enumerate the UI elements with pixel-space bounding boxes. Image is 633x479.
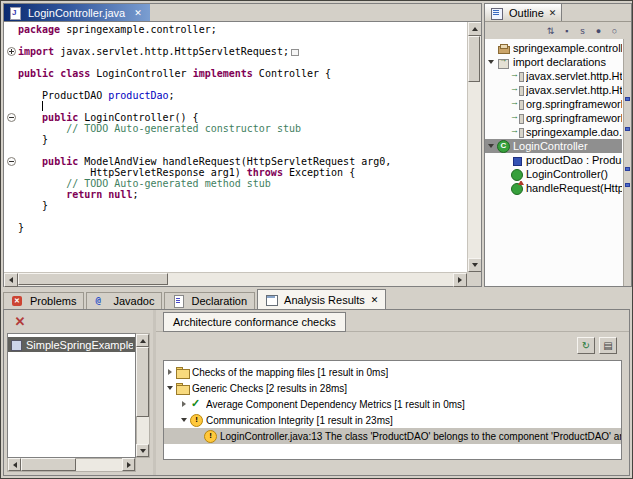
close-icon[interactable]: ✕ <box>371 295 379 305</box>
scroll-down-icon[interactable] <box>136 444 149 457</box>
collapse-toggle-icon[interactable] <box>166 381 176 395</box>
code-line[interactable] <box>4 145 467 156</box>
code-line[interactable]: } <box>4 200 467 211</box>
fold-gutter-cell[interactable] <box>4 156 18 167</box>
code-line[interactable]: public class LoginController implements … <box>4 68 467 79</box>
scroll-up-icon[interactable] <box>136 334 149 347</box>
tree-item[interactable]: Communication Integrity [1 result in 23m… <box>164 412 621 428</box>
tree-item[interactable]: LoginController.java:13 The class 'Produ… <box>164 428 621 444</box>
hide-local-types-icon[interactable]: ○ <box>607 24 622 38</box>
tree-item[interactable]: LoginController <box>485 139 622 153</box>
scroll-down-icon[interactable] <box>468 258 481 272</box>
tree-item[interactable]: LoginController() <box>485 167 622 181</box>
code-line[interactable] <box>4 35 467 46</box>
indent-spacer <box>487 41 497 55</box>
collapsed-imports-box[interactable] <box>291 49 299 56</box>
editor-horizontal-scrollbar[interactable] <box>4 272 481 286</box>
code-line[interactable]: public LoginController() { <box>4 112 467 123</box>
scroll-up-icon[interactable] <box>468 22 481 36</box>
vertical-scroll-thumb[interactable] <box>136 347 149 417</box>
hide-nonpublic-icon[interactable]: ● <box>591 24 606 38</box>
fold-expand-icon[interactable] <box>7 47 16 56</box>
hide-fields-icon[interactable]: ▪ <box>559 24 574 38</box>
tree-item[interactable]: productDao : ProductDAO <box>485 153 622 167</box>
code-line[interactable]: import javax.servlet.http.HttpServletReq… <box>4 46 467 57</box>
expand-toggle-icon[interactable] <box>166 365 176 379</box>
tree-item[interactable]: org.springframework.web.servlet.mvc.Cont… <box>485 111 622 125</box>
code-line[interactable]: } <box>4 134 467 145</box>
checks-list[interactable]: SimpleSpringExample Check <box>7 333 136 458</box>
code-line[interactable] <box>4 79 467 90</box>
tree-item[interactable]: org.springframework.web.servlet.ModelAnd… <box>485 97 622 111</box>
code-line[interactable] <box>4 101 467 112</box>
code-token: } <box>18 200 48 211</box>
code-line[interactable]: package springexample.controller; <box>4 24 467 35</box>
tab-analysis-results[interactable]: Analysis Results ✕ <box>257 289 386 309</box>
folder-icon <box>176 382 189 394</box>
scroll-left-icon[interactable] <box>4 273 18 287</box>
scroll-left-icon[interactable] <box>8 458 21 471</box>
code-line[interactable] <box>4 57 467 68</box>
code-line[interactable]: public ModelAndView handleRequest(HttpSe… <box>4 156 467 167</box>
collapse-toggle-icon[interactable] <box>180 413 190 427</box>
tree-item[interactable]: import declarations <box>485 55 622 69</box>
constructor-icon <box>510 168 523 180</box>
tree-item[interactable]: Checks of the mapping files [1 result in… <box>164 364 621 380</box>
editor-tab-logincontroller[interactable]: LoginController.java ✕ <box>4 4 150 21</box>
checks-vertical-scrollbar[interactable] <box>136 333 150 458</box>
checks-horizontal-scrollbar[interactable] <box>7 458 136 472</box>
tab-problems[interactable]: Problems <box>3 292 84 309</box>
code-line[interactable]: return null; <box>4 189 467 200</box>
outline-tree[interactable]: springexample.controllerimport declarati… <box>485 39 631 286</box>
tab-javadoc[interactable]: Javadoc <box>86 292 162 309</box>
overview-ruler[interactable] <box>623 39 631 286</box>
collapse-toggle-icon[interactable] <box>487 55 497 69</box>
tree-item[interactable]: Generic Checks [2 results in 28ms] <box>164 380 621 396</box>
close-icon[interactable]: ✕ <box>549 8 557 18</box>
editor-vertical-scrollbar[interactable] <box>467 22 481 272</box>
code-line[interactable]: HttpServletResponse arg1) throws Excepti… <box>4 167 467 178</box>
hide-static-icon[interactable]: s <box>575 24 590 38</box>
fold-gutter-cell <box>4 123 18 134</box>
code-text <box>18 79 467 90</box>
tab-architecture-conformance-checks[interactable]: Architecture conformance checks <box>163 312 346 332</box>
package-icon <box>497 42 510 54</box>
code-line[interactable]: // TODO Auto-generated method stub <box>4 178 467 189</box>
sort-icon[interactable]: ⇅ <box>543 24 558 38</box>
scroll-right-icon[interactable] <box>122 458 135 471</box>
tree-item[interactable]: handleRequest(HttpServletRequest, HttpSe… <box>485 181 622 195</box>
horizontal-scroll-thumb[interactable] <box>18 273 168 285</box>
code-area[interactable]: package springexample.controller;import … <box>4 22 467 272</box>
delete-check-icon[interactable]: ✕ <box>12 313 28 329</box>
fold-gutter-cell[interactable] <box>4 46 18 57</box>
vertical-scroll-thumb[interactable] <box>468 36 480 82</box>
scroll-right-icon[interactable] <box>453 273 467 287</box>
export-report-icon[interactable]: ▤ <box>599 337 617 354</box>
expand-toggle-icon[interactable] <box>180 397 190 411</box>
code-line[interactable]: ProductDAO productDao; <box>4 90 467 101</box>
fold-collapse-icon[interactable] <box>7 113 16 122</box>
refresh-icon[interactable]: ↻ <box>577 337 595 354</box>
tree-item[interactable]: springexample.dao.ProductDAO <box>485 125 622 139</box>
code-text: public LoginController() { <box>18 112 467 123</box>
code-token: // TODO Auto-generated constructor stub <box>18 123 301 134</box>
tab-declaration[interactable]: Declaration <box>164 292 255 309</box>
tree-item[interactable]: springexample.controller <box>485 41 622 55</box>
collapse-toggle-icon[interactable] <box>487 139 497 153</box>
code-token: class <box>60 68 90 79</box>
code-token: } <box>18 222 24 233</box>
analysis-check-item[interactable]: SimpleSpringExample Check <box>8 337 135 352</box>
code-line[interactable] <box>4 211 467 222</box>
horizontal-scroll-thumb[interactable] <box>21 458 76 471</box>
tree-item[interactable]: javax.servlet.http.HttpServletRequest <box>485 69 622 83</box>
tree-item[interactable]: Average Component Dependency Metrics [1 … <box>164 396 621 412</box>
outline-tab[interactable]: Outline ✕ <box>485 4 562 21</box>
close-icon[interactable]: ✕ <box>134 8 142 18</box>
code-token <box>18 189 66 200</box>
code-line[interactable]: // TODO Auto-generated constructor stub <box>4 123 467 134</box>
results-tree[interactable]: Checks of the mapping files [1 result in… <box>163 360 622 460</box>
fold-gutter-cell[interactable] <box>4 112 18 123</box>
tree-item[interactable]: javax.servlet.http.HttpServletResponse <box>485 83 622 97</box>
fold-collapse-icon[interactable] <box>7 157 16 166</box>
code-line[interactable]: } <box>4 222 467 233</box>
